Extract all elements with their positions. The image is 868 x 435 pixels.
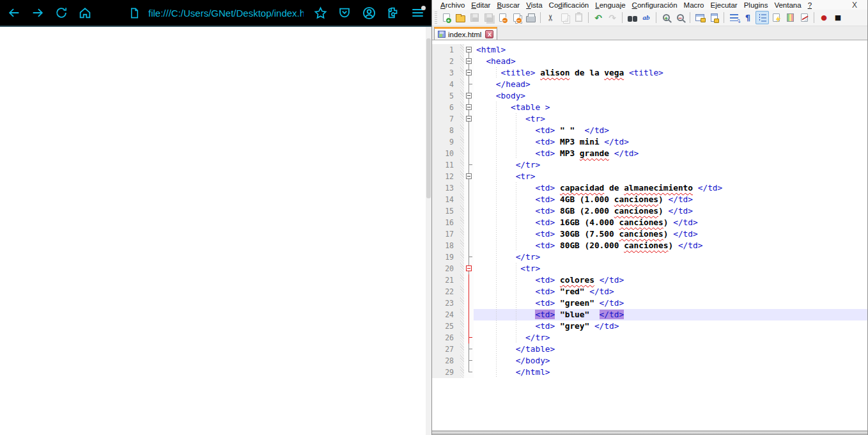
reload-icon[interactable]: [54, 5, 69, 20]
fold-marker[interactable]: [464, 194, 474, 205]
show-all-characters-button[interactable]: ¶: [741, 11, 755, 24]
code-text[interactable]: <tr>: [474, 171, 867, 182]
code-text[interactable]: <table >: [474, 102, 867, 113]
menu-ejecutar[interactable]: Ejecutar: [708, 1, 741, 9]
zoom-out-button[interactable]: −: [674, 11, 687, 24]
code-text[interactable]: </head>: [474, 79, 867, 90]
code-text[interactable]: <tr>: [474, 113, 867, 125]
code-text[interactable]: <body>: [474, 90, 867, 102]
browser-viewport[interactable]: [0, 27, 431, 435]
tab-close-icon[interactable]: X: [485, 30, 493, 38]
menu-ventana[interactable]: Ventana: [771, 1, 804, 9]
code-text[interactable]: <td> 4GB (1.000 canciones) </td>: [474, 194, 867, 205]
fold-marker[interactable]: [464, 217, 474, 228]
word-wrap-button[interactable]: [727, 11, 741, 24]
fold-marker[interactable]: [464, 228, 474, 240]
code-text[interactable]: <tr>: [474, 263, 867, 274]
code-text[interactable]: </tr>: [474, 159, 867, 171]
code-text[interactable]: </table>: [474, 344, 867, 355]
open-file-button[interactable]: [454, 11, 467, 24]
menu-configuracion[interactable]: Configuración: [629, 1, 681, 9]
code-text[interactable]: </html>: [474, 367, 867, 378]
zoom-in-button[interactable]: +: [660, 11, 673, 24]
document-list-button[interactable]: [798, 11, 811, 24]
home-icon[interactable]: [77, 5, 93, 20]
fold-marker[interactable]: [464, 113, 474, 125]
fold-marker[interactable]: [464, 182, 474, 194]
fold-collapse-box[interactable]: [466, 104, 472, 110]
fold-marker[interactable]: [464, 263, 474, 274]
account-icon[interactable]: [361, 5, 376, 20]
browser-scrollbar[interactable]: [426, 27, 431, 435]
fold-collapse-box-red[interactable]: [466, 265, 472, 271]
code-editor[interactable]: 1<html>2<head>3<title> alison de la vega…: [432, 40, 867, 431]
replace-button[interactable]: ab: [640, 11, 653, 24]
code-text[interactable]: <td> "green" </td>: [474, 297, 867, 309]
save-button[interactable]: [468, 11, 481, 24]
stop-macro-button[interactable]: ■: [832, 11, 845, 24]
fold-marker[interactable]: [464, 159, 474, 171]
print-button[interactable]: [524, 11, 538, 24]
fold-marker[interactable]: [464, 320, 474, 332]
document-map-button[interactable]: [784, 11, 797, 24]
fold-marker[interactable]: [464, 251, 474, 263]
url-text[interactable]: file:///C:/Users/GNet/Desktop/index.html: [148, 8, 304, 19]
code-text[interactable]: <td> "blue" </td>: [474, 309, 867, 320]
fold-marker[interactable]: [464, 171, 474, 182]
back-icon[interactable]: [6, 5, 22, 20]
sync-horizontal-button[interactable]: [708, 11, 721, 24]
code-text[interactable]: <td> "red" </td>: [474, 286, 867, 297]
fold-collapse-box[interactable]: [466, 47, 472, 52]
menu-vista[interactable]: Vista: [523, 1, 545, 9]
window-close-button[interactable]: X: [849, 1, 860, 10]
fold-marker[interactable]: [464, 44, 474, 56]
code-text[interactable]: <td> "grey" </td>: [474, 320, 867, 332]
menu-codificacion[interactable]: Codificación: [546, 1, 593, 9]
tab-index-html[interactable]: index.html X: [434, 27, 497, 40]
bookmark-star-icon[interactable]: [313, 5, 328, 20]
code-text[interactable]: <td> colores </td>: [474, 274, 867, 286]
fold-marker[interactable]: [464, 90, 474, 102]
cut-button[interactable]: ✂: [544, 11, 557, 24]
fold-marker[interactable]: [464, 309, 474, 320]
close-file-button[interactable]: −: [496, 11, 509, 24]
fold-marker[interactable]: [464, 286, 474, 297]
code-text[interactable]: <td> MP3 grande </td>: [474, 148, 867, 159]
code-text[interactable]: <td> " " </td>: [474, 125, 867, 136]
fold-marker[interactable]: [464, 332, 474, 344]
fold-marker[interactable]: [464, 344, 474, 355]
toolbar-grip[interactable]: [435, 12, 437, 24]
menu-?[interactable]: ?: [805, 1, 815, 9]
redo-button[interactable]: ↷: [606, 11, 619, 24]
fold-collapse-box[interactable]: [466, 93, 472, 99]
menu-buscar[interactable]: Buscar: [493, 1, 523, 9]
menu-hamburger-icon[interactable]: [410, 5, 425, 20]
fold-collapse-box[interactable]: [466, 173, 472, 179]
indent-guide-button[interactable]: [756, 11, 769, 24]
record-macro-button[interactable]: ●: [818, 11, 831, 24]
fold-marker[interactable]: [464, 125, 474, 136]
code-text[interactable]: <head>: [474, 56, 867, 67]
code-text[interactable]: <td> 16GB (4.000 canciones) </td>: [474, 217, 867, 228]
menu-archivo[interactable]: Archivo: [437, 1, 468, 9]
extensions-puzzle-icon[interactable]: [385, 5, 401, 20]
code-text[interactable]: <td> 30GB (7.500 canciones) </td>: [474, 228, 867, 240]
menu-plugins[interactable]: Plugins: [741, 1, 771, 9]
code-text[interactable]: </body>: [474, 355, 867, 367]
pocket-icon[interactable]: [337, 5, 352, 20]
url-bar[interactable]: file:///C:/Users/GNet/Desktop/index.html: [127, 5, 304, 20]
fold-marker[interactable]: [464, 102, 474, 113]
find-button[interactable]: [626, 11, 639, 24]
fold-collapse-box[interactable]: [466, 58, 472, 64]
fold-marker[interactable]: [464, 205, 474, 217]
new-file-button[interactable]: +: [440, 11, 453, 24]
paste-button[interactable]: [572, 11, 585, 24]
fold-marker[interactable]: [464, 136, 474, 148]
save-all-button[interactable]: [482, 11, 495, 24]
fold-marker[interactable]: [464, 367, 474, 378]
forward-icon[interactable]: [30, 5, 45, 20]
code-text[interactable]: <title> alison de la vega <title>: [474, 67, 867, 79]
fold-marker[interactable]: [464, 297, 474, 309]
code-text[interactable]: </tr>: [474, 251, 867, 263]
sync-vertical-button[interactable]: [694, 11, 707, 24]
